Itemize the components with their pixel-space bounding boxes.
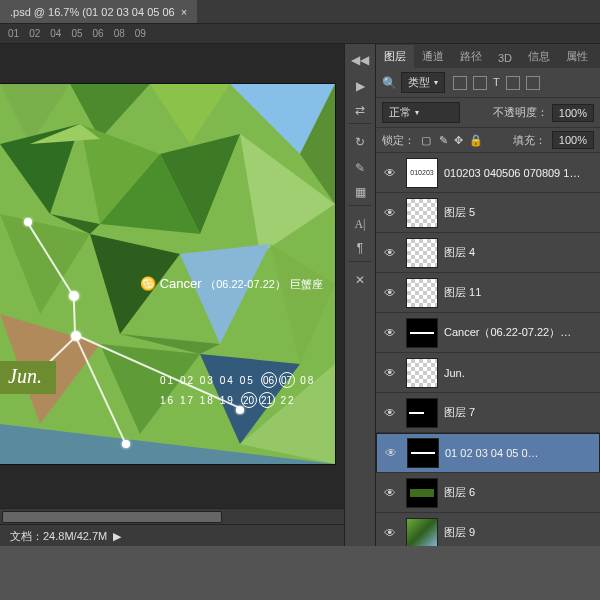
layer-name[interactable]: 图层 5 bbox=[444, 205, 596, 220]
ruler-horizontal: 01020405060809 bbox=[0, 24, 600, 44]
tab-paths[interactable]: 路径 bbox=[452, 45, 490, 68]
layer-thumbnail[interactable]: 010203 bbox=[406, 158, 438, 188]
lock-row: 锁定： ▢ ✎ ✥ 🔒 填充： 100% bbox=[376, 128, 600, 153]
layer-thumbnail[interactable] bbox=[407, 438, 439, 468]
brush-icon[interactable]: ✎ bbox=[348, 156, 372, 180]
layer-thumbnail[interactable] bbox=[406, 238, 438, 268]
layer-name[interactable]: 010203 040506 070809 1… bbox=[444, 167, 596, 179]
close-icon[interactable]: × bbox=[181, 6, 187, 18]
sign-title: ♋ Cancer （06.22-07.22） 巨蟹座 bbox=[140, 276, 323, 292]
panel-tabs: 图层 通道 路径 3D 信息 属性 bbox=[376, 44, 600, 68]
layer-thumbnail[interactable] bbox=[406, 518, 438, 547]
layer-filter-row: 🔍 类型▾ T bbox=[376, 68, 600, 98]
lock-all-icon[interactable]: 🔒 bbox=[469, 134, 483, 147]
clone-icon[interactable]: ▦ bbox=[348, 182, 372, 206]
layer-thumbnail[interactable] bbox=[406, 358, 438, 388]
visibility-icon[interactable]: 👁 bbox=[380, 166, 400, 180]
filter-adjust-icon[interactable] bbox=[473, 76, 487, 90]
canvas-area[interactable]: ♋ Cancer （06.22-07.22） 巨蟹座 Jun. 01 02 03… bbox=[0, 44, 344, 508]
visibility-icon[interactable]: 👁 bbox=[380, 406, 400, 420]
lock-move-icon[interactable]: ✥ bbox=[454, 134, 463, 147]
swap-icon[interactable]: ⇄ bbox=[348, 100, 372, 124]
tab-3d[interactable]: 3D bbox=[490, 48, 520, 68]
document-tab-bar: .psd @ 16.7% (01 02 03 04 05 06 × bbox=[0, 0, 600, 24]
character-icon[interactable]: A| bbox=[348, 212, 372, 236]
layer-thumbnail[interactable] bbox=[406, 198, 438, 228]
layer-name[interactable]: 图层 9 bbox=[444, 525, 596, 540]
layers-list[interactable]: 👁 010203 010203 040506 070809 1… 👁 图层 5 … bbox=[376, 153, 600, 546]
blend-mode-select[interactable]: 正常▾ bbox=[382, 102, 460, 123]
visibility-icon[interactable]: 👁 bbox=[380, 526, 400, 540]
layer-thumbnail[interactable] bbox=[406, 318, 438, 348]
status-bar: 文档：24.8M/42.7M▶ bbox=[0, 524, 344, 546]
scrollbar-thumb[interactable] bbox=[2, 511, 222, 523]
layer-row[interactable]: 👁 图层 6 bbox=[376, 473, 600, 513]
document-tab-title: .psd @ 16.7% (01 02 03 04 05 06 bbox=[10, 6, 175, 18]
layer-thumbnail[interactable] bbox=[406, 278, 438, 308]
filter-type-select[interactable]: 类型▾ bbox=[401, 72, 445, 93]
filter-text-icon[interactable]: T bbox=[493, 76, 500, 90]
visibility-icon[interactable]: 👁 bbox=[380, 286, 400, 300]
vertical-tool-strip: ◀◀ ▶ ⇄ ↻ ✎ ▦ A| ¶ ✕ bbox=[344, 44, 376, 546]
document-canvas[interactable]: ♋ Cancer （06.22-07.22） 巨蟹座 Jun. 01 02 03… bbox=[0, 84, 335, 464]
visibility-icon[interactable]: 👁 bbox=[380, 366, 400, 380]
opacity-label: 不透明度： bbox=[493, 105, 548, 120]
layer-thumbnail[interactable] bbox=[406, 478, 438, 508]
layer-row[interactable]: 👁 Jun. bbox=[376, 353, 600, 393]
date-row-1: 01 02 03 04 05 0607 08 bbox=[160, 372, 315, 388]
chevron-right-icon[interactable]: ▶ bbox=[113, 530, 121, 542]
layer-row[interactable]: 👁 图层 5 bbox=[376, 193, 600, 233]
panels-area: 图层 通道 路径 3D 信息 属性 🔍 类型▾ T 正常▾ 不透明度： 100%… bbox=[376, 44, 600, 546]
tab-layers[interactable]: 图层 bbox=[376, 45, 414, 68]
collapse-icon[interactable]: ◀◀ bbox=[348, 48, 372, 72]
sign-icon: ♋ bbox=[140, 276, 156, 291]
tab-channels[interactable]: 通道 bbox=[414, 45, 452, 68]
play-icon[interactable]: ▶ bbox=[348, 74, 372, 98]
visibility-icon[interactable]: 👁 bbox=[380, 246, 400, 260]
visibility-icon[interactable]: 👁 bbox=[381, 446, 401, 460]
filter-shape-icon[interactable] bbox=[506, 76, 520, 90]
layer-row[interactable]: 👁 Cancer（06.22-07.22）… bbox=[376, 313, 600, 353]
layer-name[interactable]: 图层 4 bbox=[444, 245, 596, 260]
tab-info[interactable]: 信息 bbox=[520, 45, 558, 68]
layer-name[interactable]: Jun. bbox=[444, 367, 596, 379]
layer-row[interactable]: 👁 010203 010203 040506 070809 1… bbox=[376, 153, 600, 193]
layer-name[interactable]: 图层 6 bbox=[444, 485, 596, 500]
layer-row[interactable]: 👁 图层 4 bbox=[376, 233, 600, 273]
visibility-icon[interactable]: 👁 bbox=[380, 486, 400, 500]
filter-icon[interactable]: 🔍 bbox=[382, 76, 397, 90]
layer-name[interactable]: 图层 11 bbox=[444, 285, 596, 300]
tab-properties[interactable]: 属性 bbox=[558, 45, 596, 68]
layer-row[interactable]: 👁 01 02 03 04 05 0… bbox=[376, 433, 600, 473]
filter-smart-icon[interactable] bbox=[526, 76, 540, 90]
layer-row[interactable]: 👁 图层 7 bbox=[376, 393, 600, 433]
filter-pixel-icon[interactable] bbox=[453, 76, 467, 90]
svg-marker-2 bbox=[150, 84, 230, 144]
date-row-2: 16 17 18 19 2021 22 bbox=[160, 392, 296, 408]
refresh-icon[interactable]: ↻ bbox=[348, 130, 372, 154]
blend-row: 正常▾ 不透明度： 100% bbox=[376, 98, 600, 128]
lock-brush-icon[interactable]: ✎ bbox=[439, 134, 448, 147]
lock-transparency-icon[interactable]: ▢ bbox=[421, 134, 433, 146]
month-badge: Jun. bbox=[0, 361, 56, 394]
chevron-down-icon: ▾ bbox=[434, 78, 438, 87]
visibility-icon[interactable]: 👁 bbox=[380, 326, 400, 340]
paragraph-icon[interactable]: ¶ bbox=[348, 238, 372, 262]
layer-thumbnail[interactable] bbox=[406, 398, 438, 428]
layer-row[interactable]: 👁 图层 9 bbox=[376, 513, 600, 546]
document-tab[interactable]: .psd @ 16.7% (01 02 03 04 05 06 × bbox=[0, 0, 197, 23]
visibility-icon[interactable]: 👁 bbox=[380, 206, 400, 220]
scrollbar-horizontal[interactable] bbox=[0, 508, 344, 524]
layer-row[interactable]: 👁 图层 11 bbox=[376, 273, 600, 313]
fill-field[interactable]: 100% bbox=[552, 131, 594, 149]
layer-name[interactable]: 图层 7 bbox=[444, 405, 596, 420]
wrench-icon[interactable]: ✕ bbox=[348, 268, 372, 292]
layer-name[interactable]: Cancer（06.22-07.22）… bbox=[444, 325, 596, 340]
opacity-field[interactable]: 100% bbox=[552, 104, 594, 122]
layer-name[interactable]: 01 02 03 04 05 0… bbox=[445, 447, 595, 459]
